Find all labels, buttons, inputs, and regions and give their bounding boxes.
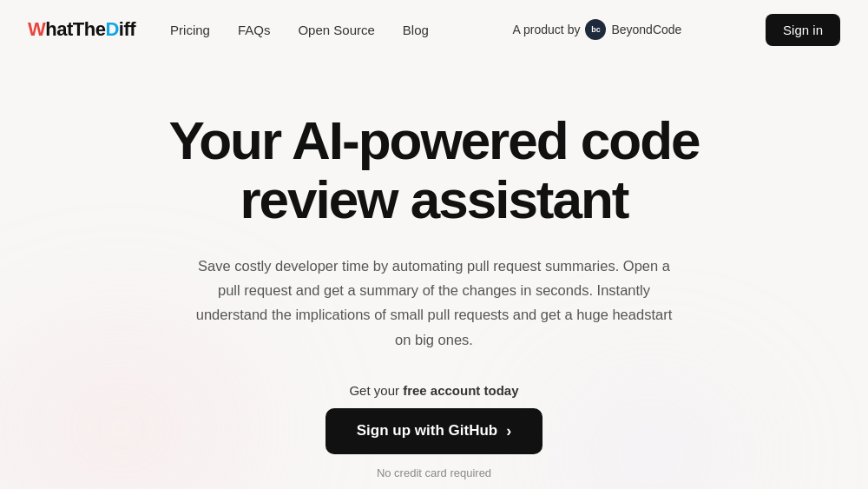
cta-label-prefix: Get your	[349, 383, 403, 398]
signin-button[interactable]: Sign in	[766, 14, 840, 46]
signup-github-button[interactable]: Sign up with GitHub ›	[326, 408, 542, 454]
nav-opensource[interactable]: Open Source	[298, 23, 374, 37]
hero-subtitle: Save costly developer time by automating…	[187, 254, 681, 351]
logo-hat: hat	[45, 18, 73, 41]
nav-blog[interactable]: Blog	[403, 23, 429, 37]
no-credit-label: No credit card required	[377, 466, 491, 479]
logo[interactable]: What The Diff	[28, 18, 135, 41]
logo-d: D	[105, 18, 118, 41]
beyondcode-badge: A product by bc BeyondCode	[513, 19, 682, 40]
nav-pricing[interactable]: Pricing	[170, 23, 210, 37]
navbar: What The Diff Pricing FAQs Open Source B…	[0, 0, 868, 59]
logo-he: he	[84, 18, 106, 41]
hero-section: Your AI-powered code review assistant Sa…	[0, 59, 868, 489]
arrow-icon: ›	[506, 422, 511, 440]
navbar-right: Sign in	[766, 14, 840, 46]
logo-iff: iff	[119, 18, 135, 41]
logo-w: W	[28, 18, 45, 41]
logo-t: T	[73, 18, 84, 41]
product-by-label: A product by	[513, 23, 581, 36]
nav-faqs[interactable]: FAQs	[238, 23, 271, 37]
nav-links: Pricing FAQs Open Source Blog	[170, 23, 429, 37]
cta-label: Get your free account today	[349, 383, 518, 398]
beyondcode-name: BeyondCode	[611, 23, 681, 36]
cta-label-bold: free account today	[403, 383, 518, 398]
signup-github-label: Sign up with GitHub	[357, 422, 497, 439]
navbar-left: What The Diff Pricing FAQs Open Source B…	[28, 18, 429, 41]
hero-title: Your AI-powered code review assistant	[95, 111, 773, 229]
beyondcode-logo: bc	[585, 19, 606, 40]
